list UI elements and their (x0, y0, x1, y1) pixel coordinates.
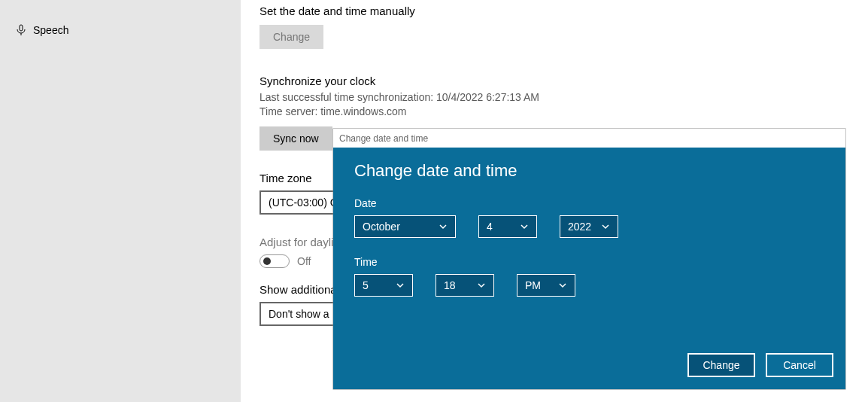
dialog-change-button[interactable]: Change (687, 353, 755, 377)
chevron-down-icon (396, 281, 405, 290)
toggle-state-label: Off (297, 255, 311, 267)
change-datetime-button[interactable]: Change (259, 25, 323, 49)
set-datetime-heading: Set the date and time manually (259, 5, 860, 17)
daylight-toggle[interactable] (259, 254, 290, 268)
hour-select[interactable]: 5 (354, 274, 413, 297)
minute-select[interactable]: 18 (436, 274, 494, 297)
additional-clocks-value: Don't show a (269, 308, 329, 320)
dialog-cancel-button[interactable]: Cancel (766, 353, 833, 377)
last-sync-text: Last successful time synchronization: 10… (259, 90, 860, 105)
microphone-icon (15, 24, 33, 36)
dialog-heading: Change date and time (354, 161, 824, 181)
svg-rect-0 (20, 25, 23, 31)
ampm-value: PM (525, 279, 541, 291)
timezone-value: (UTC-03:00) C (269, 196, 338, 209)
dialog-titlebar: Change date and time (333, 129, 845, 148)
day-value: 4 (487, 221, 493, 233)
dialog-title: Change date and time (339, 133, 428, 144)
month-select[interactable]: October (354, 215, 456, 238)
minute-value: 18 (444, 279, 456, 291)
year-select[interactable]: 2022 (560, 215, 618, 238)
chevron-down-icon (520, 222, 529, 231)
chevron-down-icon (601, 222, 610, 231)
time-label: Time (354, 256, 824, 268)
chevron-down-icon (558, 281, 567, 290)
sync-clock-heading: Synchronize your clock (259, 75, 860, 87)
settings-sidebar: Speech (0, 0, 241, 402)
sidebar-item-label: Speech (33, 24, 68, 36)
ampm-select[interactable]: PM (517, 274, 575, 297)
sidebar-item-speech[interactable]: Speech (0, 17, 241, 44)
change-datetime-dialog: Change date and time Change date and tim… (333, 129, 845, 389)
month-value: October (363, 221, 400, 233)
day-select[interactable]: 4 (478, 215, 537, 238)
chevron-down-icon (477, 281, 486, 290)
year-value: 2022 (568, 221, 591, 233)
time-server-text: Time server: time.windows.com (259, 105, 860, 119)
sync-now-button[interactable]: Sync now (259, 126, 332, 151)
date-label: Date (354, 197, 824, 209)
chevron-down-icon (439, 222, 448, 231)
hour-value: 5 (363, 279, 369, 291)
